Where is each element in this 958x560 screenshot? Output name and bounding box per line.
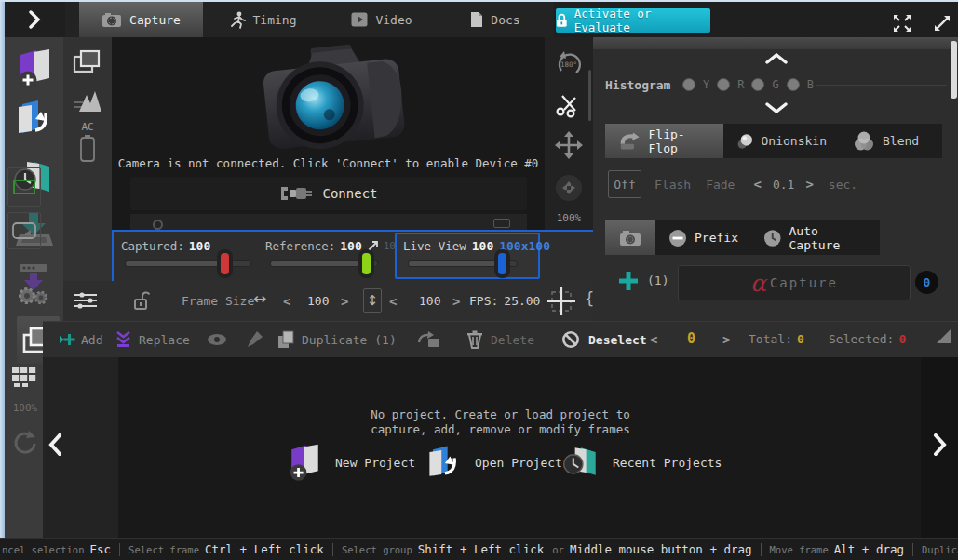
device-box-icon — [493, 219, 510, 228]
ac-power-label: AC — [63, 121, 112, 133]
width-decrease-button[interactable]: < — [283, 294, 290, 309]
status-segment: Duplicate Ctrl — [922, 542, 958, 556]
interval-value: 0.1 — [773, 178, 794, 192]
dual-display-icon — [73, 48, 102, 76]
tab-docs[interactable]: Docs — [441, 2, 549, 37]
tab-label: Docs — [491, 13, 519, 27]
frame-next-button[interactable]: > — [722, 332, 730, 347]
tab-flip-flop[interactable]: Flip-Flop — [605, 124, 723, 158]
settings-sliders-button[interactable] — [73, 290, 99, 311]
toolbar-resize-handle[interactable] — [937, 329, 951, 343]
reference-value: 100 — [340, 239, 361, 253]
scroll-frames-left-button[interactable] — [45, 430, 65, 460]
sidebar-export-settings-button[interactable] — [5, 260, 63, 307]
connect-button[interactable]: Connect — [130, 177, 527, 210]
display-mode-button[interactable] — [71, 47, 104, 78]
interval-decrease-button[interactable]: < — [753, 177, 761, 192]
mask-icon — [12, 222, 36, 239]
replace-frame-button[interactable]: Replace — [115, 322, 190, 357]
pan-button[interactable] — [554, 130, 584, 160]
device-selector-partial[interactable] — [130, 214, 527, 230]
fullscreen-button[interactable] — [886, 11, 918, 35]
tab-prefix[interactable]: Prefix — [655, 220, 758, 255]
tab-timing[interactable]: Timing — [203, 2, 322, 37]
capture-button[interactable]: α Capture — [678, 265, 911, 300]
camtools-scrollbar[interactable] — [588, 70, 591, 121]
paint-button[interactable] — [240, 322, 268, 357]
tab-blend[interactable]: Blend — [840, 124, 942, 158]
move-arrows-icon — [554, 130, 584, 160]
open-project-button[interactable]: Open Project — [423, 439, 562, 486]
frame-prev-button[interactable]: < — [650, 332, 657, 347]
reference-slider-handle[interactable] — [362, 253, 371, 274]
crop-button[interactable] — [554, 89, 584, 119]
lock-toggle-button[interactable] — [130, 288, 153, 313]
activate-button[interactable]: Activate or Evaluate — [556, 8, 710, 33]
liveview-slider[interactable] — [408, 260, 518, 267]
channel-g-radio[interactable] — [751, 78, 764, 91]
rotate-180-icon: 180° — [554, 48, 584, 80]
histogram-channels: Y R G B — [682, 78, 814, 91]
captured-slider-handle[interactable] — [221, 253, 229, 274]
status-segment: or Middle mouse button + drag — [552, 542, 751, 556]
scroll-frames-right-button[interactable] — [929, 430, 950, 460]
captured-slider[interactable] — [125, 260, 251, 267]
toggle-visibility-button[interactable] — [203, 322, 231, 357]
right-panel-scrollbar[interactable] — [951, 41, 957, 99]
liveview-slider-handle[interactable] — [498, 253, 506, 274]
tab-auto-capture[interactable]: Auto Capture — [758, 220, 880, 255]
battery-indicator — [71, 133, 104, 163]
tab-capture[interactable]: Capture — [79, 2, 203, 37]
expand-arrows-icon — [892, 13, 912, 33]
revert-frame-button[interactable] — [413, 322, 445, 357]
flipflop-flash-option[interactable]: Flash — [654, 178, 691, 192]
recent-projects-button[interactable]: Recent Projects — [560, 439, 722, 486]
add-capture-button[interactable] — [617, 270, 640, 292]
height-decrease-button[interactable]: < — [389, 294, 397, 309]
new-project-button[interactable]: New Project — [283, 439, 415, 486]
channel-r-radio[interactable] — [717, 78, 730, 91]
tab-camera-capture[interactable] — [605, 220, 655, 255]
collapse-down-button[interactable] — [761, 99, 792, 117]
collapse-tabs-button[interactable] — [16, 6, 53, 33]
liveview-group[interactable]: Live View 100 100x100 — [395, 233, 540, 279]
sidebar-filmstrip-button[interactable] — [5, 366, 43, 388]
sidebar-open-project-button[interactable] — [5, 97, 63, 140]
deselect-button[interactable]: Deselect — [560, 322, 647, 357]
auto-capture-clock-icon — [763, 229, 781, 247]
reference-slider[interactable] — [270, 260, 378, 267]
flipflop-off-option[interactable]: Off — [608, 170, 641, 198]
total-value: 0 — [797, 332, 804, 346]
histogram-tool-button[interactable] — [71, 86, 104, 115]
flipflop-fade-option[interactable]: Fade — [706, 178, 735, 192]
collapse-up-button[interactable] — [761, 49, 792, 68]
delete-frame-button[interactable]: Delete — [466, 322, 534, 357]
connect-label: Connect — [322, 186, 377, 201]
channel-y-radio[interactable] — [682, 78, 695, 91]
reference-zoom-arrow-icon[interactable] — [367, 240, 379, 252]
sidebar-refresh-button[interactable] — [5, 428, 43, 458]
captured-group: Captured: 100 — [121, 239, 210, 253]
add-frame-button[interactable]: Add — [60, 322, 102, 357]
camera-tab-icon — [619, 230, 641, 247]
tab-label: Flip-Flop — [649, 127, 710, 155]
center-crosshair-button[interactable] — [546, 286, 577, 317]
sliders-icon — [74, 291, 98, 310]
histogram-icon — [72, 87, 103, 113]
sidebar-new-project-button[interactable] — [5, 47, 63, 91]
resize-window-button[interactable] — [927, 11, 957, 35]
duplicate-frame-button[interactable]: Duplicate (1) — [277, 322, 397, 357]
width-increase-button[interactable]: > — [341, 294, 348, 309]
fit-view-button[interactable] — [554, 173, 584, 203]
height-increase-button[interactable]: > — [452, 294, 460, 309]
captured-label: Captured: — [121, 239, 184, 253]
channel-b-radio[interactable] — [787, 78, 800, 91]
tab-video[interactable]: Video — [322, 2, 441, 37]
chevron-up-icon — [765, 53, 788, 64]
capture-region-button[interactable] — [7, 167, 41, 207]
rotate-180-button[interactable]: 180° — [554, 48, 584, 80]
tab-onionskin[interactable]: Onionskin — [723, 124, 840, 158]
interval-increase-button[interactable]: > — [805, 177, 813, 192]
mask-overlay-button[interactable] — [7, 212, 41, 249]
recent-projects-label: Recent Projects — [613, 456, 722, 470]
